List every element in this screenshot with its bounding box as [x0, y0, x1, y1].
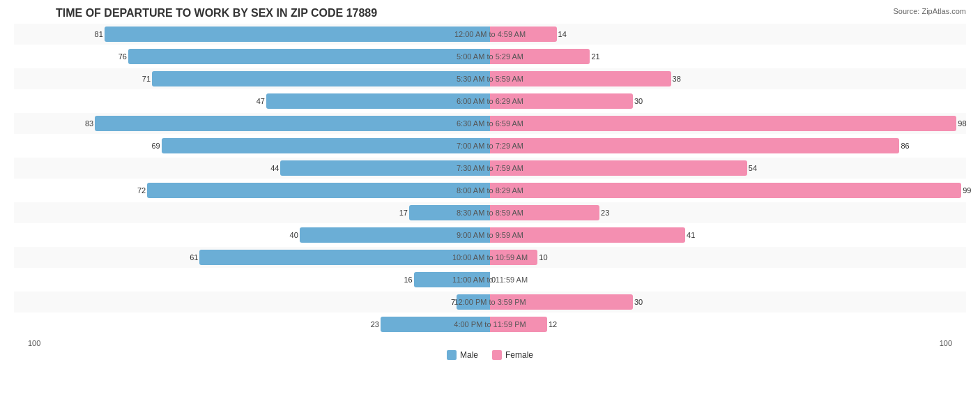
source-label: Source: ZipAtlas.com [893, 7, 966, 15]
bar-value-male: 40 [290, 231, 298, 239]
rows-wrapper: 8112:00 AM to 4:59 AM14765:00 AM to 5:29… [14, 24, 966, 335]
left-section: 61 [14, 247, 490, 268]
bar-value-male: 16 [404, 276, 412, 284]
axis-left: 100 [28, 339, 40, 347]
bar-value-male: 71 [142, 75, 151, 83]
bar-value-male: 17 [399, 209, 408, 217]
bar-value-female: 98 [958, 119, 966, 128]
bar-value-female: 14 [558, 30, 567, 38]
time-label: 6:00 AM to 6:29 AM [434, 97, 546, 105]
table-row: 836:30 AM to 6:59 AM98 [14, 113, 966, 134]
time-label: 7:30 AM to 7:59 AM [434, 164, 546, 172]
table-row: 1611:00 AM to 11:59 AM0 [14, 269, 966, 290]
legend-male-box [447, 350, 457, 360]
bar-value-male: 61 [190, 253, 198, 262]
time-label: 5:30 AM to 5:59 AM [434, 75, 546, 83]
left-section: 7 [14, 292, 490, 312]
left-section: 83 [14, 113, 490, 134]
time-label: 4:00 PM to 11:59 PM [434, 320, 546, 329]
chart-container: TIME OF DEPARTURE TO WORK BY SEX IN ZIP … [0, 0, 980, 415]
axis-right: 100 [940, 339, 952, 347]
table-row: 715:30 AM to 5:59 AM38 [14, 68, 966, 89]
right-section: 98 [490, 113, 966, 134]
right-section: 10 [490, 247, 966, 268]
bar-value-male: 83 [85, 119, 93, 128]
table-row: 447:30 AM to 7:59 AM54 [14, 158, 966, 179]
table-row: 712:00 PM to 3:59 PM30 [14, 292, 966, 312]
bar-value-male: 81 [95, 30, 103, 38]
bar-value-male: 47 [257, 97, 265, 105]
bar-value-female: 54 [749, 164, 757, 172]
bar-value-male: 23 [371, 320, 379, 329]
bar-male: 81 [105, 27, 490, 42]
left-section: 40 [14, 225, 490, 246]
bar-value-male: 72 [137, 186, 146, 195]
bar-value-female: 30 [634, 97, 643, 105]
bar-value-female: 41 [687, 231, 695, 239]
right-section: 0 [490, 269, 966, 290]
axis-labels: 100 100 [14, 336, 966, 347]
bar-value-female: 12 [549, 320, 557, 329]
right-section: 54 [490, 158, 966, 179]
chart-title: TIME OF DEPARTURE TO WORK BY SEX IN ZIP … [14, 7, 966, 20]
time-label: 5:00 AM to 5:29 AM [434, 52, 546, 61]
bar-value-female: 38 [673, 75, 681, 83]
bar-value-male: 76 [118, 52, 127, 61]
left-section: 76 [14, 46, 490, 67]
time-label: 12:00 AM to 4:59 AM [434, 30, 546, 38]
right-section: 30 [490, 292, 966, 312]
time-label: 7:00 AM to 7:29 AM [434, 142, 546, 150]
left-section: 17 [14, 202, 490, 223]
legend-male: Male [447, 350, 478, 360]
right-section: 30 [490, 91, 966, 112]
table-row: 234:00 PM to 11:59 PM12 [14, 314, 966, 335]
legend-female-label: Female [505, 350, 533, 360]
bar-value-female: 23 [601, 209, 609, 217]
time-label: 11:00 AM to 11:59 AM [434, 276, 546, 284]
table-row: 8112:00 AM to 4:59 AM14 [14, 24, 966, 45]
table-row: 6110:00 AM to 10:59 AM10 [14, 247, 966, 268]
legend: Male Female [14, 350, 966, 360]
table-row: 765:00 AM to 5:29 AM21 [14, 46, 966, 67]
left-section: 72 [14, 180, 490, 201]
right-section: 14 [490, 24, 966, 45]
right-section: 86 [490, 135, 966, 156]
left-section: 81 [14, 24, 490, 45]
bar-value-female: 30 [634, 298, 643, 306]
time-label: 6:30 AM to 6:59 AM [434, 119, 546, 128]
right-section: 99 [490, 180, 966, 201]
bar-value-female: 99 [963, 186, 971, 195]
time-label: 9:00 AM to 9:59 AM [434, 231, 546, 239]
bar-male: 83 [95, 116, 490, 131]
legend-female-box [492, 350, 502, 360]
table-row: 728:00 AM to 8:29 AM99 [14, 180, 966, 201]
left-section: 69 [14, 135, 490, 156]
right-section: 38 [490, 68, 966, 89]
chart-area: 8112:00 AM to 4:59 AM14765:00 AM to 5:29… [14, 24, 966, 362]
table-row: 178:30 AM to 8:59 AM23 [14, 202, 966, 223]
left-section: 23 [14, 314, 490, 335]
left-section: 71 [14, 68, 490, 89]
time-label: 12:00 PM to 3:59 PM [434, 298, 546, 306]
bar-female: 98 [490, 116, 956, 131]
left-section: 47 [14, 91, 490, 112]
time-label: 8:00 AM to 8:29 AM [434, 186, 546, 195]
left-section: 44 [14, 158, 490, 179]
right-section: 12 [490, 314, 966, 335]
bar-value-male: 44 [270, 164, 279, 172]
table-row: 476:00 AM to 6:29 AM30 [14, 91, 966, 112]
legend-female: Female [492, 350, 533, 360]
right-section: 23 [490, 202, 966, 223]
table-row: 409:00 AM to 9:59 AM41 [14, 225, 966, 246]
left-section: 16 [14, 269, 490, 290]
bar-female: 86 [490, 138, 899, 153]
bar-value-female: 86 [901, 142, 909, 150]
time-label: 8:30 AM to 8:59 AM [434, 209, 546, 217]
table-row: 697:00 AM to 7:29 AM86 [14, 135, 966, 156]
legend-male-label: Male [460, 350, 478, 360]
bar-value-female: 21 [591, 52, 599, 61]
bar-female: 99 [490, 183, 961, 198]
right-section: 21 [490, 46, 966, 67]
time-label: 10:00 AM to 10:59 AM [434, 253, 546, 262]
bar-value-male: 69 [151, 142, 160, 150]
